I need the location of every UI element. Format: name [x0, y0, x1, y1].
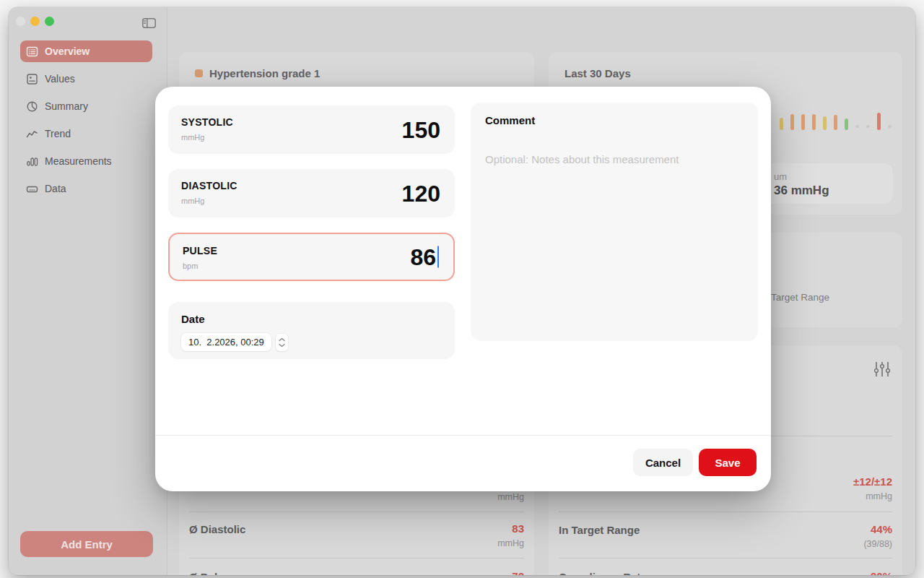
- date-picker-input[interactable]: 10. 2.2026, 00:29: [181, 333, 271, 351]
- comment-section: Comment Optional: Notes about this measu…: [471, 103, 758, 341]
- chart-bar: [780, 118, 783, 130]
- chart-bar: [801, 114, 805, 130]
- sidebar-item-trend[interactable]: Trend: [20, 123, 152, 144]
- sidebar-toggle-icon[interactable]: [142, 18, 156, 28]
- chart-bar: [866, 125, 870, 128]
- chart-bar: [834, 115, 837, 130]
- add-entry-label: Add Entry: [61, 538, 113, 551]
- classification-title: Hypertension grade 1: [209, 67, 320, 79]
- divider: [155, 435, 771, 436]
- trend-icon: [26, 128, 38, 140]
- diastolic-value: 120: [402, 180, 440, 207]
- max-stat-value: 36 mmHg: [774, 184, 829, 198]
- stat-label: Compliance Rate: [559, 571, 647, 575]
- divider: [189, 558, 524, 558]
- sidebar-item-overview[interactable]: Overview: [20, 40, 152, 62]
- chart-bar: [855, 125, 859, 128]
- pulse-value: 86: [410, 243, 436, 270]
- divider: [559, 558, 892, 558]
- stat-value: 44%: [871, 523, 892, 535]
- sidebar-item-label: Summary: [45, 100, 88, 112]
- sidebar: Overview Values Summary Trend: [9, 7, 167, 575]
- stat-value: 90%: [871, 570, 892, 575]
- sidebar-item-label: Data: [45, 183, 66, 194]
- sidebar-item-data[interactable]: Data: [20, 178, 152, 199]
- comment-textarea[interactable]: Optional: Notes about this measurement: [485, 153, 679, 165]
- overview-icon: [26, 46, 38, 58]
- last-30-days-title: Last 30 Days: [565, 67, 631, 79]
- add-entry-button[interactable]: Add Entry: [20, 531, 153, 557]
- sidebar-item-summary[interactable]: Summary: [20, 95, 152, 117]
- date-field: Date 10. 2.2026, 00:29: [168, 302, 455, 359]
- date-stepper[interactable]: [276, 334, 288, 351]
- divider: [189, 512, 524, 512]
- sidebar-item-label: Values: [45, 73, 75, 85]
- minimize-window-button[interactable]: [30, 17, 40, 26]
- systolic-label: SYSTOLIC: [181, 116, 233, 128]
- stat-value: 72: [512, 570, 524, 575]
- save-button[interactable]: Save: [699, 449, 757, 476]
- stat-unit: mmHg: [866, 491, 892, 501]
- stat-sub: (39/88): [863, 539, 892, 549]
- chart-bar: [888, 125, 892, 128]
- filter-sliders-icon[interactable]: [873, 361, 891, 377]
- systolic-field[interactable]: SYSTOLIC mmHg 150: [168, 105, 455, 154]
- chart-bar: [877, 113, 881, 130]
- data-icon: [26, 183, 38, 195]
- add-measurement-dialog: SYSTOLIC mmHg 150 DIASTOLIC mmHg 120 PUL…: [155, 87, 771, 491]
- last30-bar-chart: [780, 113, 892, 130]
- chart-bar: [845, 118, 848, 130]
- text-cursor: [437, 246, 439, 268]
- values-icon: [26, 73, 38, 85]
- diastolic-field[interactable]: DIASTOLIC mmHg 120: [168, 169, 455, 217]
- pulse-label: PULSE: [183, 245, 217, 256]
- diastolic-label: DIASTOLIC: [181, 180, 237, 191]
- summary-icon: [26, 100, 38, 113]
- zoom-window-button[interactable]: [45, 17, 54, 26]
- sidebar-item-values[interactable]: Values: [20, 68, 152, 90]
- systolic-unit: mmHg: [181, 133, 204, 142]
- cancel-button[interactable]: Cancel: [633, 449, 693, 476]
- max-stat-label: um: [774, 171, 787, 182]
- comment-label: Comment: [485, 114, 535, 126]
- systolic-value: 150: [402, 116, 440, 143]
- chart-bar: [823, 116, 827, 130]
- chevron-up-icon: [279, 337, 285, 342]
- stat-value: 83: [512, 522, 524, 535]
- sidebar-item-label: Measurements: [45, 155, 112, 167]
- diastolic-unit: mmHg: [181, 197, 204, 205]
- pulse-field[interactable]: PULSE bpm 86: [168, 233, 455, 281]
- date-label: Date: [181, 313, 205, 325]
- chevron-down-icon: [279, 343, 285, 348]
- sidebar-nav: Overview Values Summary Trend: [20, 40, 152, 205]
- chart-bar: [790, 114, 794, 130]
- stat-value: ±12/±12: [853, 475, 892, 488]
- stat-label: In Target Range: [559, 524, 640, 536]
- stat-unit: mmHg: [497, 492, 524, 502]
- sidebar-item-label: Overview: [45, 46, 90, 57]
- traffic-lights: [16, 17, 54, 26]
- measurements-icon: [26, 155, 38, 168]
- chart-bar: [812, 114, 816, 130]
- sidebar-item-label: Trend: [45, 128, 71, 139]
- stat-unit: mmHg: [497, 538, 524, 548]
- target-range-label: Target Range: [771, 292, 829, 303]
- stat-label: Ø Diastolic: [189, 523, 245, 535]
- classification-badge: [195, 69, 203, 77]
- divider: [559, 512, 892, 512]
- sidebar-item-measurements[interactable]: Measurements: [20, 150, 152, 172]
- pulse-unit: bpm: [183, 262, 198, 270]
- close-window-button[interactable]: [16, 17, 25, 26]
- stat-label: Ø Pulse: [189, 571, 230, 575]
